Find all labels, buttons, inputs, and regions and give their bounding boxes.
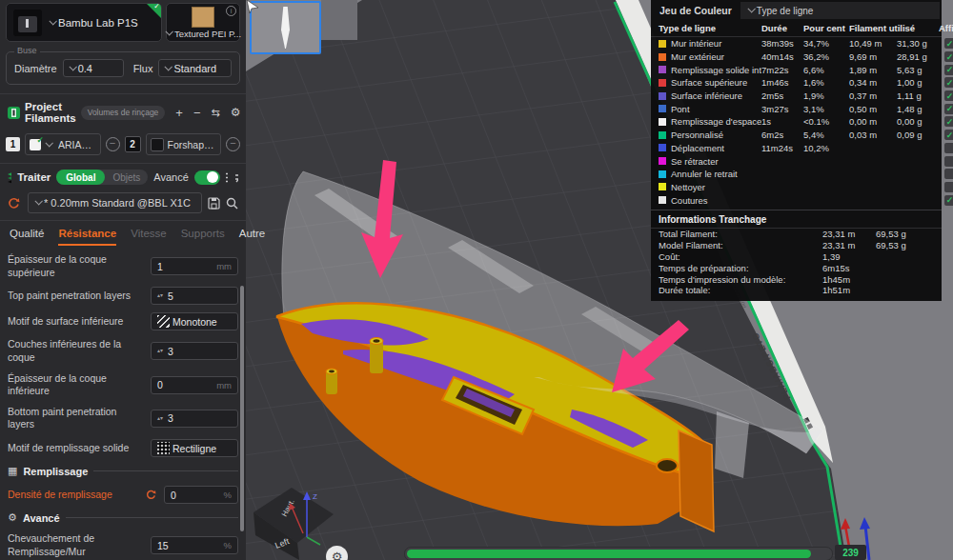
line-type-length: 0,34 m (849, 77, 897, 88)
filament-1-edit-icon[interactable]: − (106, 137, 120, 151)
slicing-info-title: Informations Tranchage (651, 210, 942, 229)
chevron-down-icon (69, 63, 76, 70)
preset-reset-icon[interactable] (8, 197, 20, 210)
afficher-checkbox[interactable] (944, 90, 953, 101)
search-preset-icon[interactable] (226, 197, 238, 210)
flow-select[interactable]: Standard (158, 59, 232, 77)
filament-settings-gear-icon[interactable]: ⚙ (231, 107, 241, 119)
setting-label: Bottom paint penetration layers (8, 406, 145, 431)
line-type-color-chip (659, 92, 666, 100)
afficher-checkbox[interactable] (944, 116, 953, 127)
process-preset-select[interactable]: * 0.20mm Standard @BBL X1C (28, 192, 202, 213)
info-icon[interactable]: i (226, 6, 236, 16)
setting-value: 5 (168, 290, 173, 302)
plate-type-selector[interactable]: i Textured PEI P... (166, 3, 240, 42)
view-mode-select[interactable]: Type de ligne (740, 2, 940, 19)
afficher-checkbox[interactable] (944, 51, 953, 62)
advanced-toggle[interactable] (194, 170, 220, 185)
move-slider-track[interactable] (404, 547, 833, 560)
reset-value-icon[interactable] (146, 490, 156, 500)
setting-label: Top paint penetration layers (8, 290, 145, 303)
info-label: Total Filament: (659, 229, 822, 239)
setting-spinner[interactable]: ▴▾ 3 (151, 410, 238, 428)
sidebar-scrollbar[interactable] (240, 286, 244, 531)
diameter-select[interactable]: 0.4 (63, 59, 124, 77)
list-view-icon[interactable] (226, 172, 230, 183)
flush-volumes-button[interactable]: Volumes de rinçage (81, 106, 166, 120)
spinner-arrows-icon[interactable]: ▴▾ (157, 416, 163, 421)
scope-objects-button[interactable]: Objets (105, 170, 148, 185)
col-filament-used: Filament utilisé (849, 23, 939, 33)
tab-qualite[interactable]: Qualité (10, 228, 44, 246)
add-filament-button[interactable]: + (175, 107, 183, 119)
afficher-checkbox[interactable] (944, 143, 953, 153)
setting-input[interactable]: 15 % (151, 536, 238, 554)
line-type-length: 0,50 m (849, 104, 897, 114)
filament-1-selector[interactable]: ✓ ARIANEPLAST ... (25, 133, 101, 155)
setting-value: Rectiligne (172, 443, 216, 454)
process-tabs: Qualité Résistance Vitesse Supports Autr… (0, 220, 246, 246)
scope-global-button[interactable]: Global (56, 170, 105, 185)
tab-supports[interactable]: Supports (181, 228, 225, 246)
spinner-arrows-icon[interactable]: ▴▾ (157, 293, 163, 298)
info-label: Coût: (659, 251, 822, 262)
spinner-arrows-icon[interactable]: ▴▾ (157, 349, 163, 353)
info-value: 23,31 m (822, 229, 876, 239)
setting-pattern-select[interactable]: Rectiligne (151, 439, 238, 457)
afficher-checkbox[interactable] (944, 156, 953, 167)
setting-input[interactable]: 1 mm (151, 257, 238, 275)
mast-stub (326, 371, 337, 394)
printer-selector[interactable]: Bambu Lab P1S ✓ (6, 3, 162, 42)
plate-thumbnail-model (281, 7, 290, 49)
line-type-color-chip (659, 131, 666, 139)
filament-2-edit-icon[interactable]: − (226, 137, 240, 151)
move-slider-fill (407, 550, 811, 558)
sync-filaments-icon[interactable]: ⇆ (212, 107, 220, 119)
filament-1-index: 1 (6, 137, 20, 151)
afficher-checkbox[interactable] (944, 38, 953, 49)
setting-input[interactable]: 0 mm (151, 376, 238, 394)
info-value: 23,31 m (822, 240, 876, 250)
afficher-checkbox[interactable] (944, 77, 953, 88)
line-type-percent: 36,2% (803, 51, 849, 62)
afficher-checkbox[interactable] (944, 169, 953, 179)
line-type-color-chip (659, 118, 666, 126)
remove-filament-button[interactable]: − (193, 107, 201, 119)
setting-row: Bottom paint penetration layers ▴▾ 3 (8, 406, 238, 431)
line-type-name: Nettoyer (671, 182, 705, 192)
legend-row: Nettoyer (651, 181, 942, 194)
plate-thumbnail-partial[interactable] (321, 0, 357, 40)
tab-resistance[interactable]: Résistance (58, 228, 116, 246)
plate-type-name: Textured PEI P... (174, 29, 241, 39)
tune-filter-icon[interactable] (234, 171, 238, 183)
setting-spinner[interactable]: ▴▾ 3 (151, 342, 238, 360)
line-type-color-chip (659, 40, 666, 48)
afficher-checkbox[interactable] (944, 130, 953, 140)
afficher-checkbox[interactable] (944, 195, 953, 206)
line-type-percent: 3,1% (803, 104, 849, 114)
afficher-checkbox[interactable] (944, 65, 953, 75)
afficher-checkbox[interactable] (944, 104, 953, 114)
tab-autre[interactable]: Autre (239, 228, 266, 246)
flow-value: Standard (173, 63, 216, 74)
line-type-weight: 28,91 g (897, 51, 939, 62)
save-preset-icon[interactable] (208, 197, 220, 210)
setting-row: Épaisseur de la coque supérieure 1 mm (8, 253, 238, 279)
setting-unit: mm (216, 261, 232, 271)
line-type-duration: 11m24s (761, 143, 803, 153)
filament-2-selector[interactable]: Forshape PLA ... (146, 133, 222, 155)
filament-2-index: 2 (125, 136, 141, 152)
printer-name: Bambu Lab P1S (58, 17, 138, 29)
afficher-checkbox[interactable] (944, 182, 953, 192)
check-icon: ✓ (153, 3, 160, 10)
filaments-header: Project Filaments Volumes de rinçage + −… (0, 93, 246, 129)
pattern-monotone-icon (157, 315, 170, 328)
setting-pattern-select[interactable]: Monotone (151, 312, 238, 330)
process-scope-toggle[interactable]: Global Objets (56, 170, 148, 185)
setting-input[interactable]: 0 % (164, 486, 238, 504)
line-type-length: 9,69 m (849, 51, 897, 62)
tab-vitesse[interactable]: Vitesse (131, 228, 167, 246)
slicing-info-row: Temps d'impression du modèle: 1h45m (651, 273, 942, 285)
setting-spinner[interactable]: ▴▾ 5 (151, 287, 238, 305)
mast-stub-hole (329, 370, 335, 373)
